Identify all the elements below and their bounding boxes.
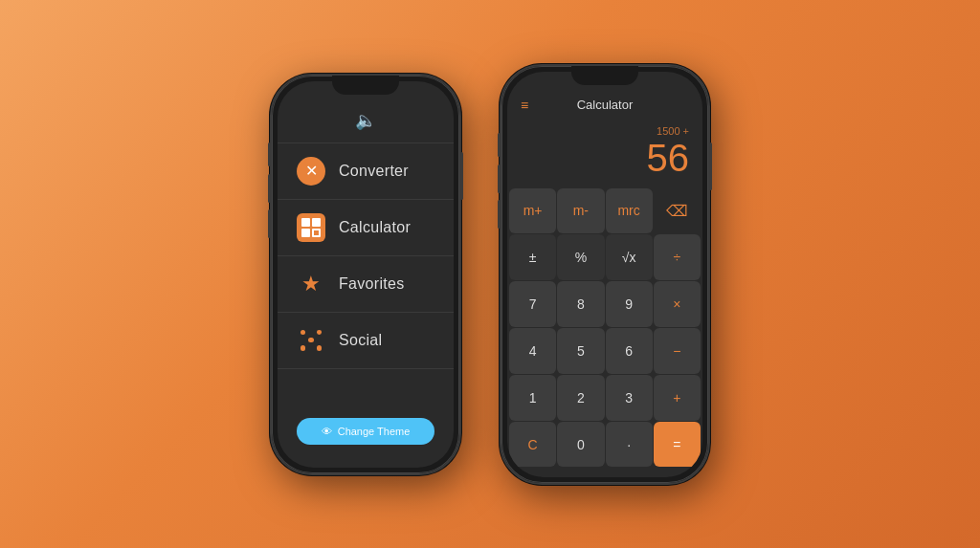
right-screen: ≡ Calculator 1500 + 56 m+ m- mrc ⌫ ± %	[507, 72, 702, 477]
volume-down-button-right	[498, 200, 501, 229]
menu-footer: 👁 Change Theme	[278, 406, 454, 468]
calc-btn-0[interactable]: 0	[557, 422, 604, 468]
power-button	[460, 152, 463, 200]
social-label: Social	[339, 332, 382, 349]
mute-button-right	[498, 133, 501, 157]
menu-screen: 🔈 ✕ Converter Calculator ★ Favorites	[278, 81, 454, 468]
hamburger-icon[interactable]: ≡	[521, 99, 528, 112]
calc-btn-equals[interactable]: =	[654, 422, 701, 468]
calc-btn-clear[interactable]: C	[509, 422, 556, 468]
menu-item-calculator[interactable]: Calculator	[278, 200, 454, 256]
notch-right	[571, 66, 638, 85]
calc-previous-value: 1500 +	[521, 125, 689, 137]
calc-row-456: 4 5 6 −	[507, 328, 702, 374]
change-theme-button[interactable]: 👁 Change Theme	[297, 418, 434, 445]
converter-label: Converter	[339, 163, 409, 180]
calc-btn-9[interactable]: 9	[606, 281, 653, 327]
calc-btn-multiply[interactable]: ×	[654, 281, 701, 327]
converter-icon: ✕	[297, 157, 325, 186]
calc-memory-row: m+ m- mrc ⌫	[507, 188, 702, 234]
volume-up-button-right	[498, 164, 501, 193]
calc-btn-m-minus[interactable]: m-	[557, 188, 604, 234]
calc-current-value: 56	[521, 137, 689, 179]
social-icon	[297, 326, 325, 355]
calculator-icon	[297, 213, 325, 242]
calc-btn-m-plus[interactable]: m+	[509, 188, 556, 234]
calc-row-789: 7 8 9 ×	[507, 281, 702, 327]
calc-btn-6[interactable]: 6	[606, 328, 653, 374]
calc-btn-4[interactable]: 4	[509, 328, 556, 374]
change-theme-label: Change Theme	[338, 426, 411, 437]
calc-btn-decimal[interactable]: ·	[606, 422, 653, 468]
star-icon: ★	[297, 270, 325, 298]
calc-btn-2[interactable]: 2	[557, 375, 604, 421]
calc-btn-8[interactable]: 8	[557, 281, 604, 327]
menu-item-social[interactable]: Social	[278, 313, 454, 369]
calc-function-row: ± % √x ÷	[507, 234, 702, 280]
calc-btn-plusminus[interactable]: ±	[509, 234, 556, 280]
left-phone: 🔈 ✕ Converter Calculator ★ Favorites	[270, 74, 461, 475]
calc-btn-backspace[interactable]: ⌫	[654, 188, 701, 234]
calc-btn-sqrt[interactable]: √x	[606, 234, 653, 280]
calc-row-123: 1 2 3 +	[507, 375, 702, 421]
power-button-right	[709, 142, 712, 190]
left-screen: 🔈 ✕ Converter Calculator ★ Favorites	[278, 81, 454, 468]
calc-btn-subtract[interactable]: −	[654, 328, 701, 374]
calc-title: Calculator	[577, 98, 634, 112]
calc-btn-3[interactable]: 3	[606, 375, 653, 421]
mute-button	[268, 142, 271, 166]
menu-item-converter[interactable]: ✕ Converter	[278, 142, 454, 200]
calc-buttons: m+ m- mrc ⌫ ± % √x ÷ 7 8 9 ×	[507, 188, 702, 477]
volume-up-button	[268, 174, 271, 203]
calc-btn-7[interactable]: 7	[509, 281, 556, 327]
calc-btn-1[interactable]: 1	[509, 375, 556, 421]
calc-btn-divide[interactable]: ÷	[654, 234, 701, 280]
calculator-label: Calculator	[339, 219, 411, 236]
volume-down-button	[268, 209, 271, 238]
speaker-icon: 🔈	[355, 110, 376, 131]
calculator-screen: ≡ Calculator 1500 + 56 m+ m- mrc ⌫ ± %	[507, 72, 702, 477]
calc-btn-percent[interactable]: %	[557, 234, 604, 280]
menu-item-favorites[interactable]: ★ Favorites	[278, 256, 454, 313]
eye-icon: 👁	[322, 426, 332, 437]
notch-left	[332, 76, 399, 95]
favorites-label: Favorites	[339, 275, 405, 293]
calc-display: 1500 + 56	[507, 120, 702, 188]
calc-btn-5[interactable]: 5	[557, 328, 604, 374]
right-phone: ≡ Calculator 1500 + 56 m+ m- mrc ⌫ ± %	[500, 64, 710, 485]
calc-row-0: C 0 · =	[507, 422, 702, 468]
menu-items-list: ✕ Converter Calculator ★ Favorites	[278, 142, 454, 406]
calc-btn-add[interactable]: +	[654, 375, 701, 421]
calc-btn-mrc[interactable]: mrc	[606, 188, 653, 234]
